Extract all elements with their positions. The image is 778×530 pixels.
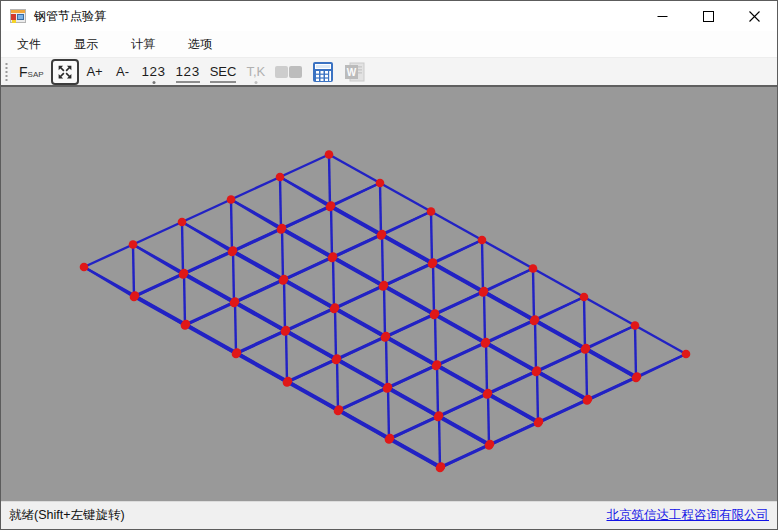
svg-text:W: W — [347, 67, 357, 78]
tk-values-button[interactable]: T,K — [243, 59, 268, 85]
zoom-extents-button[interactable] — [51, 59, 79, 85]
maximize-icon — [703, 11, 714, 22]
close-icon — [749, 11, 760, 22]
section-labels-button[interactable]: SEC — [207, 59, 240, 85]
calculate-button[interactable] — [309, 59, 337, 85]
element-numbers-button[interactable]: 123 — [173, 59, 203, 85]
font-increase-button[interactable]: A+ — [83, 59, 107, 85]
word-report-button[interactable]: W — [341, 59, 369, 85]
close-button[interactable] — [731, 1, 777, 31]
truss-drawing — [1, 87, 777, 501]
fsap-label: F — [19, 64, 28, 80]
menu-display[interactable]: 显示 — [64, 31, 108, 58]
status-text: 就绪(Shift+左键旋转) — [9, 507, 125, 524]
menu-bar: 文件 显示 计算 选项 — [1, 31, 777, 57]
node-numbers-button[interactable]: 123 — [139, 59, 169, 85]
zoom-extents-icon — [56, 63, 74, 81]
toolbar-grip[interactable] — [4, 61, 9, 83]
menu-calculate[interactable]: 计算 — [121, 31, 165, 58]
maximize-button[interactable] — [685, 1, 731, 31]
word-icon: W — [344, 61, 366, 83]
status-bar: 就绪(Shift+左键旋转) 北京筑信达工程咨询有限公司 — [1, 501, 777, 529]
title-bar: 钢管节点验算 — [1, 1, 777, 31]
minimize-button[interactable] — [639, 1, 685, 31]
app-icon — [10, 9, 26, 23]
truss-members — [84, 155, 686, 469]
menu-file[interactable]: 文件 — [7, 31, 51, 58]
status-right: 北京筑信达工程咨询有限公司 — [607, 507, 770, 524]
model-viewport[interactable] — [1, 87, 777, 501]
sap-model-button[interactable]: FSAP — [16, 59, 47, 85]
app-window: 钢管节点验算 文件 显示 计算 选项 FSAP — [0, 0, 778, 530]
font-decrease-button[interactable]: A- — [111, 59, 135, 85]
calculator-icon — [312, 61, 334, 83]
legend-button[interactable] — [272, 59, 305, 85]
tool-bar: FSAP A+ A- 123 123 SEC T,K — [1, 57, 777, 87]
window-controls — [639, 1, 777, 31]
window-title: 钢管节点验算 — [34, 8, 106, 25]
minimize-icon — [657, 11, 668, 22]
menu-options[interactable]: 选项 — [178, 31, 222, 58]
fsap-sub-label: SAP — [28, 70, 44, 79]
legend-icon — [275, 66, 302, 78]
company-link[interactable]: 北京筑信达工程咨询有限公司 — [607, 508, 770, 522]
